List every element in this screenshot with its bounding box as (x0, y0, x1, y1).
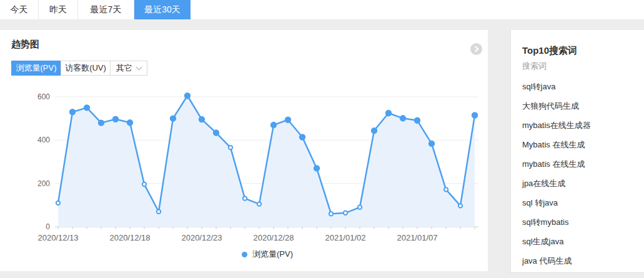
metric-tab-other-label: 其它 (116, 62, 132, 74)
metric-tab-pv[interactable]: 浏览量(PV) (11, 61, 61, 76)
tab-today[interactable]: 今天 (0, 0, 39, 19)
metric-tabs: 浏览量(PV) 访客数(UV) 其它 (11, 61, 147, 76)
search-term-column-header: 搜索词 (522, 61, 644, 71)
metric-tab-other-dropdown[interactable]: 其它 (110, 61, 147, 76)
search-term-item: mybatis 在线生成 (511, 154, 644, 174)
search-term-item: mybatis在线生成器 (511, 116, 644, 135)
search-term-item: sql转mybatis (511, 212, 644, 232)
trend-panel: 趋势图 浏览量(PV) 访客数(UV) 其它 02004006002020/12… (0, 30, 488, 271)
svg-text:2020/12/18: 2020/12/18 (109, 233, 150, 242)
legend-dot-icon (242, 252, 247, 257)
expand-button[interactable] (470, 43, 482, 55)
svg-text:400: 400 (37, 136, 50, 144)
svg-text:2021/01/07: 2021/01/07 (397, 233, 437, 242)
svg-text:600: 600 (37, 92, 50, 101)
svg-text:2020/12/13: 2020/12/13 (37, 233, 78, 242)
analytics-page: 今天 昨天 最近7天 最近30天 趋势图 浏览量(PV) 访客数(UV) 其它 … (0, 0, 644, 278)
tab-yesterday[interactable]: 昨天 (39, 0, 78, 19)
search-term-item: sql 转java (511, 193, 644, 212)
date-range-tabs: 今天 昨天 最近7天 最近30天 (0, 0, 644, 19)
svg-text:200: 200 (37, 179, 50, 188)
search-term-item: sql转java (511, 77, 644, 96)
top10-search-panel: Top10搜索词 搜索词 sql转java 大狼狗代码生成 mybatis在线生… (510, 30, 644, 273)
chevron-right-icon (473, 46, 479, 52)
metric-tab-pv-label: 浏览量(PV) (16, 62, 57, 74)
svg-text:0: 0 (46, 222, 50, 231)
metric-tab-uv-label: 访客数(UV) (65, 62, 106, 74)
search-term-item: java 代码生成 (511, 251, 644, 271)
tab-last-30-days[interactable]: 最近30天 (134, 0, 191, 19)
search-term-list: sql转java 大狼狗代码生成 mybatis在线生成器 Mybatis 在线… (511, 77, 644, 271)
search-term-item: 大狼狗代码生成 (511, 96, 644, 116)
chart-legend[interactable]: 浏览量(PV) (56, 249, 478, 259)
svg-text:2020/12/23: 2020/12/23 (181, 233, 222, 242)
search-term-item: jpa在线生成 (511, 174, 644, 193)
search-term-item: Mybatis 在线生成 (511, 135, 644, 154)
search-term-item: sql生成java (511, 232, 644, 251)
panel-title: 趋势图 (11, 39, 39, 51)
metric-tab-uv[interactable]: 访客数(UV) (61, 61, 111, 76)
svg-text:2021/01/02: 2021/01/02 (325, 233, 365, 242)
legend-label: 浏览量(PV) (252, 249, 293, 260)
sidebar-title: Top10搜索词 (522, 45, 644, 56)
trend-line-chart: 02004006002020/12/132020/12/182020/12/23… (0, 87, 488, 250)
tab-last-7-days[interactable]: 最近7天 (78, 0, 134, 19)
chevron-down-icon (136, 64, 142, 70)
svg-text:2020/12/28: 2020/12/28 (253, 233, 294, 242)
